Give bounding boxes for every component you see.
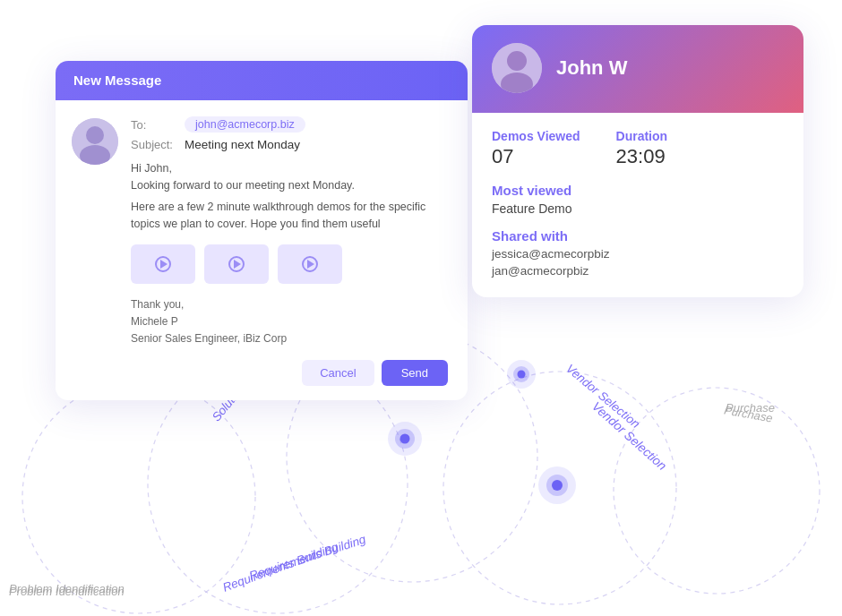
email-body-line1: Hi John,: [131, 160, 448, 177]
label-requirements-building: Requirements Building: [221, 540, 340, 595]
demos-viewed-stat: Demos Viewed 07: [492, 129, 580, 168]
shared-email-1: jessica@acmecorpbiz: [492, 247, 784, 261]
svg-point-14: [507, 51, 527, 71]
most-viewed-label: Most viewed: [492, 183, 784, 198]
demo-thumb-2[interactable]: [204, 244, 269, 284]
profile-card: John W Demos Viewed 07 Duration 23:09 Mo…: [472, 25, 803, 297]
email-card-body: To: john@acmecorp.biz Subject: Meeting n…: [56, 100, 468, 400]
demo-thumb-1[interactable]: [131, 244, 195, 284]
email-signature: Thank you, Michele P Senior Sales Engine…: [131, 296, 448, 348]
label-problem-identification: Problem Idendification: [9, 582, 125, 595]
email-header-title: New Message: [73, 73, 161, 88]
cancel-button[interactable]: Cancel: [302, 360, 374, 386]
shared-email-2: jan@acmecorpbiz: [492, 264, 784, 278]
label-vendor-selection: Vendor Selection: [563, 362, 642, 431]
sign-name: Michele P: [131, 313, 448, 330]
duration-label: Duration: [616, 129, 668, 143]
demo-thumb-3[interactable]: [278, 244, 342, 284]
play-icon-3: [302, 256, 318, 272]
subject-label: Subject:: [131, 138, 177, 151]
to-label: To:: [131, 118, 177, 132]
email-card: New Message To: john@acmecorp.biz Subjec…: [56, 61, 468, 400]
demos-viewed-label: Demos Viewed: [492, 129, 580, 143]
email-body: Hi John, Looking forward to our meeting …: [131, 160, 448, 234]
play-icon-2: [228, 256, 245, 272]
email-body-line3: Here are a few 2 minute walkthrough demo…: [131, 199, 448, 234]
duration-value: 23:09: [616, 145, 668, 168]
profile-name: John W: [556, 56, 627, 80]
sender-avatar: [72, 118, 118, 165]
sign-thanks: Thank you,: [131, 296, 448, 313]
most-viewed-value: Feature Demo: [492, 201, 784, 216]
email-subject-row: Subject: Meeting next Monday: [131, 138, 448, 151]
sign-title: Senior Sales Engineer, iBiz Corp: [131, 330, 448, 347]
email-to-row: To: john@acmecorp.biz: [131, 116, 448, 133]
profile-card-body: Demos Viewed 07 Duration 23:09 Most view…: [472, 113, 803, 297]
to-value[interactable]: john@acmecorp.biz: [185, 116, 305, 133]
profile-avatar: [492, 43, 542, 93]
subject-value: Meeting next Monday: [185, 138, 300, 151]
svg-point-11: [86, 126, 104, 144]
shared-with-label: Shared with: [492, 228, 784, 244]
svg-point-3: [443, 372, 676, 604]
demo-thumbnails: [131, 244, 448, 284]
stats-row: Demos Viewed 07 Duration 23:09: [492, 129, 784, 168]
email-card-header: New Message: [56, 61, 468, 100]
play-icon-1: [155, 256, 171, 272]
email-fields: To: john@acmecorp.biz Subject: Meeting n…: [131, 116, 448, 386]
label-purchase: Purchase: [723, 403, 774, 424]
email-body-line2: Looking forward to our meeting next Mond…: [131, 177, 448, 194]
profile-card-header: John W: [472, 25, 803, 113]
send-button[interactable]: Send: [382, 360, 448, 386]
email-actions: Cancel Send: [131, 360, 448, 386]
svg-point-4: [614, 388, 820, 594]
demos-viewed-value: 07: [492, 145, 580, 168]
duration-stat: Duration 23:09: [616, 129, 668, 168]
